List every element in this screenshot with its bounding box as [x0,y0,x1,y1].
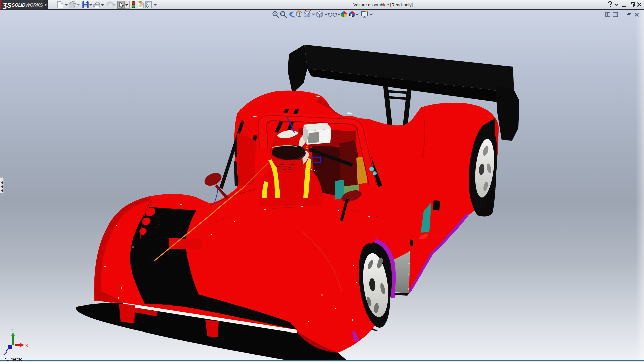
svg-text:*Dimetric: *Dimetric [5,357,22,362]
svg-text:SOLIDWORKS: SOLIDWORKS [12,2,43,8]
svg-text:X: X [25,344,28,348]
svg-text:Voiture assomblee [Read-only]: Voiture assomblee [Read-only] [353,2,413,7]
svg-text:ƷS: ƷS [2,1,12,9]
svg-text:Y: Y [11,328,14,332]
